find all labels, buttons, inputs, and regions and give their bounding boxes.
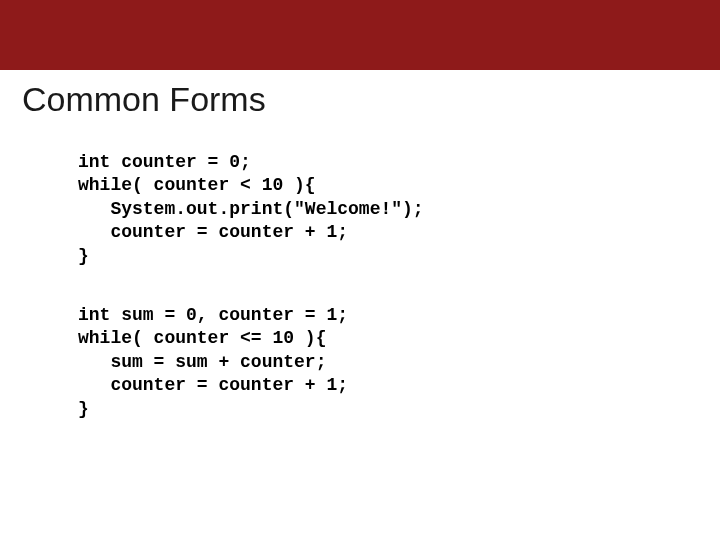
page-title: Common Forms	[0, 70, 720, 119]
code-example-2: int sum = 0, counter = 1; while( counter…	[78, 304, 720, 421]
header-bar	[0, 0, 720, 70]
code-example-1: int counter = 0; while( counter < 10 ){ …	[78, 151, 720, 268]
